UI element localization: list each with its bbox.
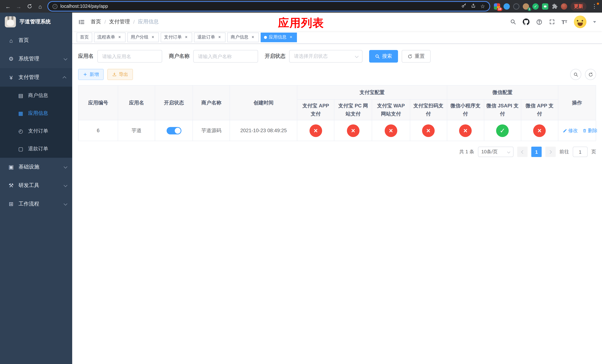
close-icon[interactable] [184,35,189,40]
page-size-select[interactable]: 10条/页 [478,147,514,157]
prev-page-button[interactable] [517,147,527,157]
app-name-input[interactable] [97,50,162,63]
card-icon: ▤ [17,93,24,98]
sidebar-item-home[interactable]: ⌂ 首页 [0,31,72,50]
sidebar-item-payment[interactable]: ¥ 支付管理 [0,68,72,87]
status-icon: × [422,124,435,137]
data-table: 应用编号 应用名 开启状态 商户名称 创建时间 支付宝配置 微信配置 操作 支付… [78,85,596,141]
next-page-button[interactable] [545,147,556,157]
gear-icon: ⚙ [7,55,15,62]
column-header: 应用编号 [78,85,118,120]
extension-blue-icon[interactable] [504,3,510,10]
extension-dark-icon[interactable] [513,3,519,10]
page-title: 应用列表 [278,16,324,31]
goto-page-input[interactable] [573,147,588,157]
tab-process-form[interactable]: 流程表单 [94,32,126,42]
status-select[interactable]: 请选择开启状态 [289,50,363,63]
share-icon[interactable] [471,3,476,10]
url-bar[interactable]: i localhost:1024/pay/app ☆ [48,2,489,11]
chevron-down-icon [507,150,510,153]
reset-button[interactable]: 重置 [402,50,430,63]
sidebar-item-devtools[interactable]: ⚒ 研发工具 [0,176,72,195]
extension-check-icon[interactable]: ✓ [532,3,539,10]
merchant-name-input[interactable] [193,50,258,63]
edit-button[interactable]: 修改 [563,127,578,134]
column-header: 开启状态 [155,85,193,120]
avatar-caret-icon[interactable] [593,21,596,23]
tab-user-group[interactable]: 用户分组 [127,32,159,42]
delete-button[interactable]: 删除 [582,127,598,134]
column-header: 操作 [558,85,596,120]
tab-merchant-info[interactable]: 商户信息 [227,32,259,42]
chevron-up-icon [63,76,66,80]
close-icon[interactable] [150,35,155,40]
sidebar-item-workflow[interactable]: ⊞ 工作流程 [0,195,72,213]
app-name-label: 应用名 [78,53,94,60]
site-info-icon[interactable]: i [53,4,57,9]
url-text[interactable]: localhost:1024/pay/app [60,4,459,9]
extension-grid-icon[interactable]: 10 [494,3,500,10]
column-header: 支付宝 WAP 网站支付 [372,99,410,120]
font-size-icon[interactable]: TT [561,19,567,25]
tab-pay-order[interactable]: 支付订单 [161,32,192,42]
dashboard-icon: ⌂ [7,37,15,43]
browser-home-icon[interactable]: ⌂ [35,1,45,11]
breadcrumb-home[interactable]: 首页 [91,19,101,25]
fullscreen-icon[interactable] [549,19,555,25]
status-icon: × [533,124,546,137]
status-toggle[interactable] [167,127,182,134]
close-icon[interactable] [217,35,222,40]
browser-forward-icon[interactable]: → [14,1,24,11]
tab-app-info[interactable]: 应用信息 [261,32,297,42]
github-icon[interactable] [523,19,529,25]
tags-bar: 首页 流程表单 用户分组 支付订单 退款订单 商户信息 [72,31,602,44]
extensions-zone: 10 1 ✓ 更新 ⋮ [494,2,599,11]
tab-refund-order[interactable]: 退款订单 [194,32,226,42]
sidebar-item-pay-order[interactable]: ◴ 支付订单 [0,122,72,140]
column-header: 支付宝扫码支付 [410,99,447,120]
browser-back-icon[interactable]: ← [3,1,13,11]
bookmark-star-icon[interactable]: ☆ [480,3,485,9]
browser-reload-icon[interactable] [24,1,34,11]
sidebar-collapse-icon[interactable] [72,13,91,31]
sidebar-item-infrastructure[interactable]: ▣ 基础设施 [0,158,72,176]
group-header-alipay: 支付宝配置 [297,85,447,99]
update-button[interactable]: 更新 [570,2,586,11]
browser-menu-kebab-icon[interactable]: ⋮ [590,3,599,10]
status-icon: × [459,124,472,137]
sidebar-item-merchant-info[interactable]: ▤ 商户信息 [0,87,72,104]
add-button[interactable]: 新增 [78,69,104,80]
refresh-button[interactable] [585,69,596,80]
search-icon[interactable] [510,19,516,25]
page-number-1[interactable]: 1 [531,147,542,157]
app-logo[interactable]: 芋道管理系统 [0,13,72,31]
extension-chat-icon[interactable] [542,3,548,10]
cell-actions: 修改 删除 [558,120,596,141]
search-button[interactable]: 搜索 [369,50,398,63]
user-avatar[interactable] [574,16,586,28]
help-icon[interactable] [536,19,542,25]
close-icon[interactable] [288,35,294,40]
table-row: 6 芋道 芋道源码 2021-10-23 08:49:25 × × × [78,120,596,141]
goto-label: 前往 [559,149,569,155]
extensions-puzzle-icon[interactable] [552,3,558,9]
toggle-search-button[interactable] [570,69,581,80]
sidebar-item-app-info[interactable]: ▦ 应用信息 [0,104,72,122]
cell-app-name: 芋道 [118,120,155,141]
breadcrumb-payment[interactable]: 支付管理 [109,19,130,25]
sidebar-item-system[interactable]: ⚙ 系统管理 [0,50,72,68]
extension-badge: 1 [527,7,531,11]
export-button[interactable]: 导出 [107,69,133,80]
password-key-icon[interactable] [462,3,467,10]
close-icon[interactable] [117,35,122,40]
cell-created: 2021-10-23 08:49:25 [230,120,297,141]
group-header-wechat: 微信配置 [447,85,558,99]
sidebar: 芋道管理系统 ⌂ 首页 ⚙ 系统管理 ¥ 支付管理 ▤ 商户信息 [0,13,72,364]
sidebar-item-refund-order[interactable]: ▢ 退款订单 [0,140,72,158]
tab-home[interactable]: 首页 [77,32,92,42]
close-icon[interactable] [250,35,256,40]
extension-avatar-icon[interactable]: 1 [523,3,529,10]
total-count: 共 1 条 [459,149,474,155]
profile-avatar-icon[interactable] [561,3,567,10]
chevron-down-icon [355,54,359,58]
